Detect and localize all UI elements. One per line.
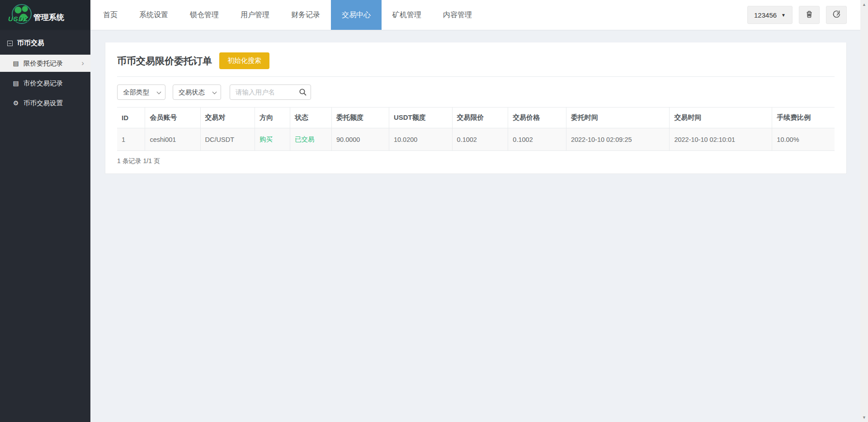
nav-item-1[interactable]: 系统设置 [128, 0, 179, 30]
orders-card: 币币交易限价委托订单 初始化搜索 全部类型 交易状态 [105, 42, 847, 174]
column-header: 手续费比例 [772, 108, 835, 128]
table-cell: DC/USDT [200, 128, 255, 151]
record-count: 1 条记录 1/1 页 [105, 151, 846, 173]
table-cell: 2022-10-10 02:10:01 [670, 128, 772, 151]
column-header: 状态 [290, 108, 331, 128]
table-cell: 0.1002 [508, 128, 566, 151]
status-select-value: 交易状态 [179, 89, 205, 96]
table-cell: 2022-10-10 02:09:25 [566, 128, 670, 151]
sidebar-item-label: 市价交易记录 [24, 79, 63, 88]
orders-table: ID会员账号交易对方向状态委托额度USDT额度交易限价交易价格委托时间交易时间手… [117, 107, 835, 151]
main-content: 币币交易限价委托订单 初始化搜索 全部类型 交易状态 [90, 30, 860, 422]
column-header: 委托时间 [566, 108, 670, 128]
trash-icon [805, 10, 813, 20]
collapse-minus-icon [7, 41, 13, 46]
table-cell: 10.0200 [389, 128, 452, 151]
table-cell: 购买 [255, 128, 290, 151]
sidebar-item-1[interactable]: ▤市价交易记录› [0, 75, 90, 92]
nav-item-0[interactable]: 首页 [92, 0, 128, 30]
table-row: 1ceshi001DC/USDT购买已交易90.000010.02000.100… [117, 128, 835, 151]
filter-bar: 全部类型 交易状态 [105, 77, 846, 104]
chevron-right-icon: › [81, 59, 84, 68]
brand-logo-text: USDZ [8, 15, 28, 23]
column-header: 委托额度 [331, 108, 389, 128]
search-icon[interactable] [299, 88, 307, 96]
column-header: USDT额度 [389, 108, 452, 128]
vertical-scrollbar[interactable]: ▲ ▼ [860, 0, 868, 422]
scroll-down-icon[interactable]: ▼ [860, 415, 868, 420]
trash-button[interactable] [799, 6, 820, 24]
gear-icon: ⚙ [12, 99, 20, 107]
column-header: 交易对 [200, 108, 255, 128]
table-cell: ceshi001 [145, 128, 200, 151]
user-menu-label: 123456 [754, 11, 777, 19]
sidebar-group-label: 币币交易 [17, 39, 44, 47]
chevron-down-icon [157, 90, 161, 94]
nav-item-3[interactable]: 用户管理 [230, 0, 280, 30]
top-nav: 首页系统设置锁仓管理用户管理财务记录交易中心矿机管理内容管理 [92, 0, 483, 30]
table-cell: 已交易 [290, 128, 331, 151]
column-header: 交易时间 [670, 108, 772, 128]
sidebar-item-label: 币币交易设置 [24, 99, 63, 108]
column-header: 方向 [255, 108, 290, 128]
list-icon: ▤ [12, 80, 20, 87]
sidebar-item-label: 限价委托记录 [24, 59, 63, 68]
topbar-right-controls: 123456 ▼ [747, 0, 847, 30]
card-header: 币币交易限价委托订单 初始化搜索 [105, 42, 846, 76]
brand-title: 管理系统 [33, 12, 64, 23]
scroll-up-icon[interactable]: ▲ [860, 2, 868, 7]
nav-item-5[interactable]: 交易中心 [331, 0, 382, 30]
sidebar-item-2[interactable]: ⚙币币交易设置› [0, 94, 90, 112]
nav-item-4[interactable]: 财务记录 [280, 0, 331, 30]
column-header: 交易价格 [508, 108, 566, 128]
table-cell: 0.1002 [452, 128, 508, 151]
sidebar-items: ▤限价委托记录›▤市价交易记录›⚙币币交易设置› [0, 55, 90, 112]
table-cell: 10.00% [772, 128, 835, 151]
sidebar-group-coin-trade[interactable]: 币币交易 [0, 30, 90, 55]
type-select-value: 全部类型 [123, 89, 149, 96]
nav-item-6[interactable]: 矿机管理 [382, 0, 432, 30]
table-cell: 1 [117, 128, 145, 151]
nav-item-2[interactable]: 锁仓管理 [179, 0, 230, 30]
brand-logo: USDZ 管理系统 [0, 0, 90, 30]
page-title: 币币交易限价委托订单 [117, 55, 212, 67]
top-navbar: USDZ 管理系统 首页系统设置锁仓管理用户管理财务记录交易中心矿机管理内容管理… [0, 0, 860, 30]
logout-button[interactable] [826, 6, 847, 24]
sidebar-item-0[interactable]: ▤限价委托记录› [0, 55, 90, 72]
list-icon: ▤ [12, 60, 20, 67]
caret-down-icon: ▼ [781, 13, 786, 18]
type-select[interactable]: 全部类型 [117, 84, 165, 100]
column-header: ID [117, 108, 145, 128]
chevron-down-icon [212, 90, 217, 94]
status-select[interactable]: 交易状态 [173, 84, 221, 100]
username-search [230, 84, 311, 100]
reset-search-button[interactable]: 初始化搜索 [219, 52, 269, 69]
sidebar: 币币交易 ▤限价委托记录›▤市价交易记录›⚙币币交易设置› [0, 30, 90, 422]
user-menu-button[interactable]: 123456 ▼ [747, 6, 793, 24]
table-header-row: ID会员账号交易对方向状态委托额度USDT额度交易限价交易价格委托时间交易时间手… [117, 108, 835, 128]
logout-icon [832, 10, 841, 20]
column-header: 会员账号 [145, 108, 200, 128]
column-header: 交易限价 [452, 108, 508, 128]
table-cell: 90.0000 [331, 128, 389, 151]
nav-item-7[interactable]: 内容管理 [432, 0, 483, 30]
